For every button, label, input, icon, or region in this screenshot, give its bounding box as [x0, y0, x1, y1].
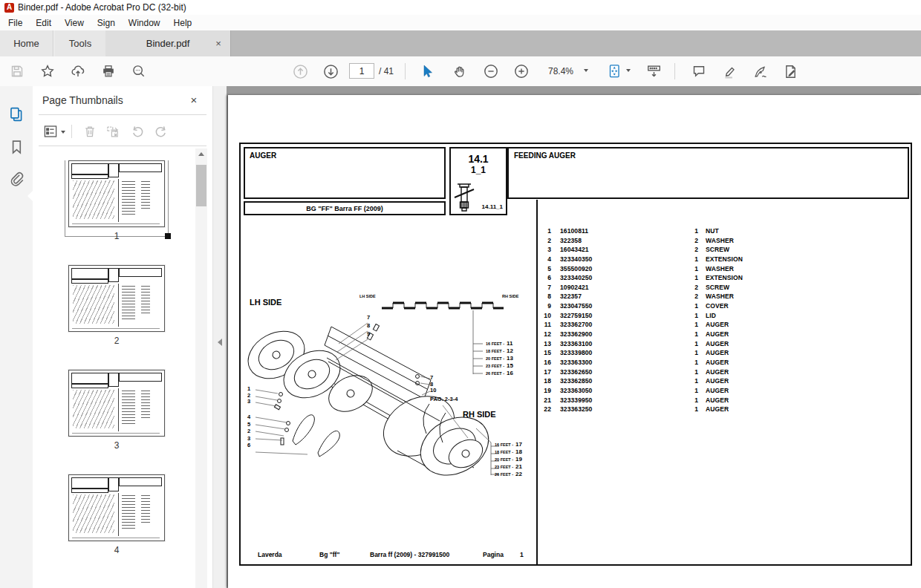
page-display-button[interactable] — [605, 62, 625, 81]
scrollbar-up-arrow[interactable] — [198, 152, 204, 156]
menu-item[interactable]: Edit — [29, 16, 58, 30]
part-ref: 10 — [538, 312, 551, 319]
page-thumbnail[interactable]: 1 — [65, 160, 168, 265]
description-box-label: FEEDING AUGER — [514, 151, 576, 160]
part-description: COVER — [706, 302, 729, 310]
parts-list-row: 12 323362900 1 AUGER — [538, 330, 783, 340]
feet-entry: 26 FEET -22 — [495, 471, 522, 478]
part-qty: 2 — [689, 237, 698, 244]
page-up-icon — [293, 64, 308, 79]
zoom-in-button[interactable] — [512, 62, 531, 81]
part-description: EXTENSION — [706, 255, 743, 263]
save-button[interactable] — [7, 62, 27, 81]
thumbnail-page-preview[interactable] — [68, 160, 165, 227]
print-button[interactable] — [99, 62, 118, 81]
parts-list-row: 2 322358 2 WASHER — [538, 237, 783, 246]
parts-list-row: 4 323340350 1 EXTENSION — [538, 255, 783, 265]
comment-button[interactable] — [689, 62, 709, 81]
search-button[interactable] — [129, 62, 149, 81]
scrollbar-thumb[interactable] — [196, 165, 206, 206]
thumbnail-page-preview[interactable] — [68, 370, 165, 437]
bookmarks-rail-button[interactable] — [8, 139, 25, 155]
sign-button[interactable] — [750, 62, 769, 81]
page-number-input[interactable] — [349, 63, 374, 79]
page-display-caret[interactable] — [626, 69, 631, 72]
paperclip-icon — [8, 171, 25, 187]
panel-collapse-strip[interactable] — [212, 86, 227, 588]
description-box: FEEDING AUGER — [507, 147, 909, 199]
hand-tool-button[interactable] — [450, 62, 469, 81]
part-qty: 1 — [689, 227, 698, 235]
menu-item[interactable]: Help — [167, 16, 199, 30]
rotate-cw-button[interactable] — [153, 123, 169, 140]
part-ref: 19 — [538, 387, 551, 394]
footer-code: Barra ff (2009) - 327991500 — [370, 551, 449, 558]
delete-pages-button[interactable] — [82, 123, 98, 140]
menu-item[interactable]: Window — [122, 16, 167, 30]
zoom-out-button[interactable] — [481, 62, 501, 81]
feet-entry: 23 FEET -15 — [486, 362, 513, 370]
model-box: BG "FF" Barra FF (2009) — [244, 201, 446, 215]
part-number: 16100811 — [560, 227, 588, 235]
thumbnail-page-preview[interactable] — [68, 265, 165, 332]
thumbnail-options-button[interactable] — [42, 123, 59, 140]
comment-bubble-icon — [691, 64, 706, 79]
rotate-ccw-button[interactable] — [129, 123, 146, 140]
attachments-rail-button[interactable] — [8, 171, 25, 187]
part-description: WASHER — [706, 237, 734, 244]
scrolling-mode-button[interactable] — [644, 62, 663, 81]
feet-entry: 18 FEET -18 — [495, 448, 522, 456]
next-page-button[interactable] — [321, 62, 340, 81]
zoom-dropdown-caret[interactable] — [584, 69, 588, 72]
page-thumbnail[interactable]: 4 — [65, 474, 168, 579]
thumbnail-options-caret[interactable] — [61, 131, 65, 134]
part-qty: 1 — [689, 377, 698, 385]
page-display-icon — [608, 64, 622, 79]
previous-page-button[interactable] — [290, 62, 310, 81]
model-box-label: BG "FF" Barra FF (2009) — [306, 205, 383, 212]
fountain-pen-icon — [752, 64, 768, 79]
tab-home[interactable]: Home — [0, 30, 53, 56]
share-button[interactable] — [68, 62, 88, 81]
select-tool-button[interactable] — [417, 62, 437, 81]
part-number: 323339950 — [560, 396, 592, 404]
cloud-upload-icon — [71, 64, 85, 79]
panel-scrollbar[interactable] — [195, 148, 207, 588]
tab-document[interactable]: Binder.pdf × — [105, 30, 231, 56]
highlight-button[interactable] — [720, 62, 739, 81]
part-ref: 17 — [538, 368, 551, 376]
panel-close-button[interactable]: × — [186, 92, 201, 107]
page-thumbnail[interactable]: 2 — [65, 265, 168, 370]
main-area: Page Thumbnails × — [0, 86, 921, 588]
menu-item[interactable]: Sign — [91, 16, 122, 30]
callout-group-top: 789 — [367, 313, 370, 339]
part-qty: 1 — [689, 396, 698, 404]
part-number: 323339800 — [560, 349, 592, 356]
zoom-level-value[interactable]: 78.4% — [548, 66, 573, 76]
feet-entry: 20 FEET -19 — [495, 456, 522, 463]
tab-close-icon[interactable]: × — [212, 37, 224, 49]
thumbnail-page-preview[interactable] — [68, 474, 165, 541]
lh-side-label: LH SIDE — [250, 298, 281, 307]
menu-item[interactable]: File — [1, 16, 29, 30]
callout-number: 2 — [247, 428, 250, 435]
feet-entry: 16 FEET -11 — [486, 340, 513, 347]
page-thumbnail[interactable]: 3 — [65, 370, 168, 474]
thumbnail-list: 1 2 3 — [33, 160, 198, 588]
part-number: 323047550 — [560, 302, 592, 310]
fill-sign-button[interactable] — [781, 62, 800, 81]
extract-pages-button[interactable] — [105, 123, 121, 140]
printer-icon — [101, 64, 116, 79]
part-qty: 1 — [689, 405, 698, 413]
tab-tools[interactable]: Tools — [53, 30, 107, 56]
part-description: AUGER — [706, 396, 729, 404]
part-description: EXTENSION — [706, 274, 743, 281]
page-thumbnails-rail-button[interactable] — [8, 106, 25, 122]
part-qty: 1 — [689, 349, 698, 356]
parts-list-row: 9 323047550 1 COVER — [538, 302, 783, 312]
menu-item[interactable]: View — [58, 16, 91, 30]
part-ref: 5 — [538, 265, 551, 272]
tab-document-label: Binder.pdf — [146, 38, 190, 49]
favorite-button[interactable] — [38, 62, 57, 81]
collapse-panel-icon — [218, 339, 222, 346]
